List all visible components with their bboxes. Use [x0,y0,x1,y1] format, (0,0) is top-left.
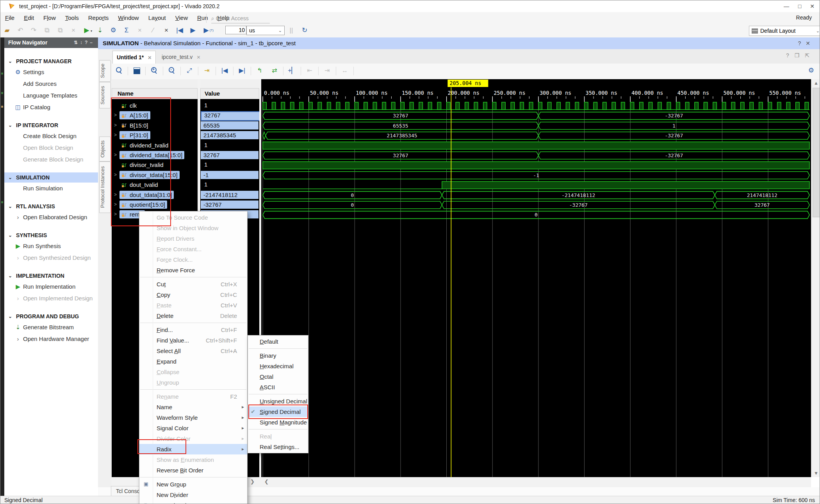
context-menu-item-remove-force[interactable]: Remove Force [139,265,247,275]
side-tab-objects[interactable]: Objects [99,137,111,161]
context-menu-item-new-virtual-bus[interactable]: ⧉New Virtual Bus [139,500,247,504]
flow-section-rtl-analysis[interactable]: ⌄RTL ANALYSIS [4,201,98,211]
radix-option-binary[interactable]: Binary [248,350,308,361]
redo-icon[interactable]: ↷ [29,26,38,35]
delete-icon[interactable]: × [69,26,78,35]
signal-row-dividend-tdata-15-0[interactable]: >dividend_tdata[15:0] [112,151,198,160]
next-transition-icon[interactable]: ▶| [238,66,246,75]
radix-option-signed-decimal[interactable]: ✔Signed Decimal [248,406,308,417]
expand-icon[interactable]: > [114,112,117,118]
context-menu-item-find-value[interactable]: Find Value...Ctrl+Shift+F [139,335,247,346]
scrollbar-thumb[interactable] [813,88,820,217]
swap-markers-icon[interactable]: ↔ [340,66,349,75]
signal-row-b-15-0[interactable]: >B[15:0] [112,121,198,131]
expand-icon[interactable]: > [114,152,117,158]
flow-item-add-sources[interactable]: Add Sources [4,78,98,90]
relaunch-icon[interactable]: ↻ [300,26,309,35]
flow-item-language-templates[interactable]: Language Templates [4,90,98,101]
context-menu-item-new-divider[interactable]: New Divider [139,490,247,500]
expand-icon[interactable]: > [114,122,117,128]
pause-icon[interactable]: || [287,26,296,35]
flow-navigator-header-icons[interactable]: ⇅↕?– [74,37,95,48]
flow-item-generate-bitstream[interactable]: ⇣Generate Bitstream [4,321,98,333]
tab-untitled-1[interactable]: Untitled 1*✕ [112,51,156,64]
restart-simulation-icon[interactable]: |◀ [175,26,184,35]
clear-breakpoints-icon[interactable]: × [162,26,171,35]
signal-row-a-15-0[interactable]: >A[15:0] [112,111,198,121]
signal-row-divisor-tvalid[interactable]: divisor_tvalid [112,160,198,170]
time-unit-select[interactable]: us⌄ [246,26,285,35]
side-tab-sources[interactable]: Sources [99,82,111,108]
menu-layout[interactable]: Layout [144,12,171,23]
signal-row-dividend-tvalid[interactable]: dividend_tvalid [112,141,198,151]
tab-ipcore-test[interactable]: ipcore_test.v✕ [158,51,204,64]
menu-window[interactable]: Window [113,12,143,23]
flow-section-ip-integrator[interactable]: ⌄IP INTEGRATOR [4,120,98,130]
context-menu-item-find[interactable]: Find...Ctrl+F [139,325,247,335]
expand-icon[interactable]: > [114,202,117,207]
close-button[interactable]: ✕ [806,2,818,11]
context-menu-item-cut[interactable]: CutCtrl+X [139,279,247,289]
flow-item-run-simulation[interactable]: Run Simulation [4,183,98,194]
flow-section-simulation[interactable]: ⌄SIMULATION [4,172,98,183]
signal-row-dout-tdata-31-0[interactable]: >dout_tdata[31:0] [112,190,198,200]
scroll-left-icon[interactable]: ❮ [264,479,269,484]
close-icon[interactable]: ✕ [148,55,152,60]
radix-option-octal[interactable]: Octal [248,371,308,382]
menu-view[interactable]: View [171,12,193,23]
undo-icon[interactable]: ↶ [16,26,25,35]
vertical-scrollbar[interactable]: ▲ ▼ [811,79,820,477]
context-menu-item-expand[interactable]: Expand [139,356,247,367]
flow-item-run-synthesis[interactable]: ▶Run Synthesis [4,240,98,252]
radix-option-unsigned-decimal[interactable]: Unsigned Decimal [248,396,308,406]
flow-item-run-implementation[interactable]: ▶Run Implementation [4,281,98,293]
signal-row-dout-tvalid[interactable]: dout_tvalid [112,180,198,190]
close-icon[interactable]: ✕ [196,55,200,60]
menu-file[interactable]: File [0,12,19,23]
expand-icon[interactable]: > [114,192,117,197]
radix-option-ascii[interactable]: ASCII [248,382,308,392]
tab-strip-icons[interactable]: ?❐⇱ [786,52,815,59]
radix-option-default[interactable]: Default [248,336,308,347]
edit-waveform-icon[interactable]: ⁄ [149,26,157,35]
context-menu-item-name[interactable]: Name▸ [139,402,247,412]
flow-item-generate-block-design[interactable]: Generate Block Design [4,154,98,165]
signal-row-p-31-0[interactable]: >P[31:0] [112,131,198,140]
run-for-time-icon[interactable]: ▶(T) [202,26,210,35]
simulation-header-buttons[interactable]: ?✕ [798,37,815,49]
flow-item-open-elaborated-design[interactable]: ›Open Elaborated Design [4,211,98,223]
flow-item-ip-catalog[interactable]: ◫IP Catalog [4,101,98,113]
open-recent-project-icon[interactable]: ▰ [3,26,11,35]
context-menu-item-signal-color[interactable]: Signal Color▸ [139,423,247,433]
flow-item-open-hardware-manager[interactable]: ›Open Hardware Manager [4,333,98,345]
menu-run[interactable]: Run [193,12,213,23]
scroll-up-icon[interactable]: ▲ [811,79,820,87]
waveform-canvas[interactable]: 0.000 ns50.000 ns100.000 ns150.000 ns200… [261,79,811,477]
add-marker-icon[interactable]: +▏ [288,66,296,75]
menu-edit[interactable]: Edit [19,12,39,23]
flow-section-program-and-debug[interactable]: ⌄PROGRAM AND DEBUG [4,311,98,321]
waveform-settings-gear-icon[interactable]: ⚙ [808,66,814,75]
menu-flow[interactable]: Flow [39,12,61,23]
settings-gear-icon[interactable]: ⚙ [109,26,118,35]
run-button-icon[interactable]: ▶▾ [82,26,91,35]
previous-marker-icon[interactable]: ⇤ [305,66,314,75]
wave-horizontal-scrollbar[interactable]: ❮ [261,477,811,488]
side-tab-scope[interactable]: Scope [99,60,111,82]
flow-item-open-implemented-design[interactable]: ›Open Implemented Design [4,293,98,304]
radix-option-hexadecimal[interactable]: Hexadecimal [248,361,308,371]
signal-row-clk[interactable]: clk [112,101,198,111]
relaunch-setup-icon[interactable]: ⇄ [270,66,279,75]
context-menu-item-copy[interactable]: CopyCtrl+C [139,289,247,300]
report-sigma-icon[interactable]: Σ [122,26,131,35]
paste-icon[interactable]: ⧉ [56,26,64,35]
swap-ends-icon[interactable]: ↰ [255,66,264,75]
quick-access-input[interactable]: ⌕ Quick Access [211,14,270,23]
flow-section-synthesis[interactable]: ⌄SYNTHESIS [4,230,98,240]
expand-icon[interactable]: > [114,172,117,177]
context-menu-item-radix[interactable]: Radix▸ [139,444,247,454]
context-menu-item-delete[interactable]: DeleteDelete [139,311,247,321]
breakpoints-icon[interactable]: × [135,26,144,35]
save-waveform-icon[interactable] [132,66,141,75]
signal-row-quotient-15-0[interactable]: >quotient[15:0] [112,200,198,210]
